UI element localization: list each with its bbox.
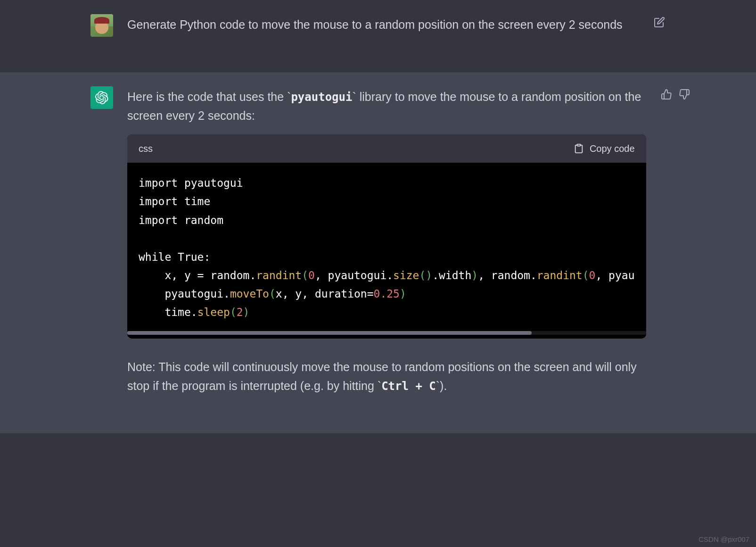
code-horizontal-scrollbar[interactable] [127, 331, 646, 335]
code-header: css Copy code [127, 134, 646, 163]
svg-rect-0 [577, 144, 580, 146]
user-message-section: Generate Python code to move the mouse t… [0, 0, 756, 72]
code-block: css Copy code import pyautogui import ti… [127, 134, 646, 339]
assistant-message-text: Here is the code that uses the `pyautogu… [127, 86, 646, 405]
user-message-text: Generate Python code to move the mouse t… [127, 14, 639, 43]
code-body[interactable]: import pyautogui import time import rand… [127, 163, 646, 331]
code-language-label: css [139, 141, 153, 156]
assistant-message-section: Here is the code that uses the `pyautogu… [0, 72, 756, 433]
thumbs-down-icon[interactable] [678, 88, 690, 100]
user-avatar [90, 14, 113, 37]
inline-code: pyautogui [291, 91, 352, 104]
assistant-avatar [90, 86, 113, 109]
inline-code: Ctrl + C [381, 380, 436, 393]
edit-icon[interactable] [653, 16, 666, 28]
thumbs-up-icon[interactable] [660, 88, 673, 100]
clipboard-icon [574, 143, 584, 154]
watermark: CSDN @pxr007 [698, 535, 749, 543]
copy-code-button[interactable]: Copy code [574, 141, 635, 156]
